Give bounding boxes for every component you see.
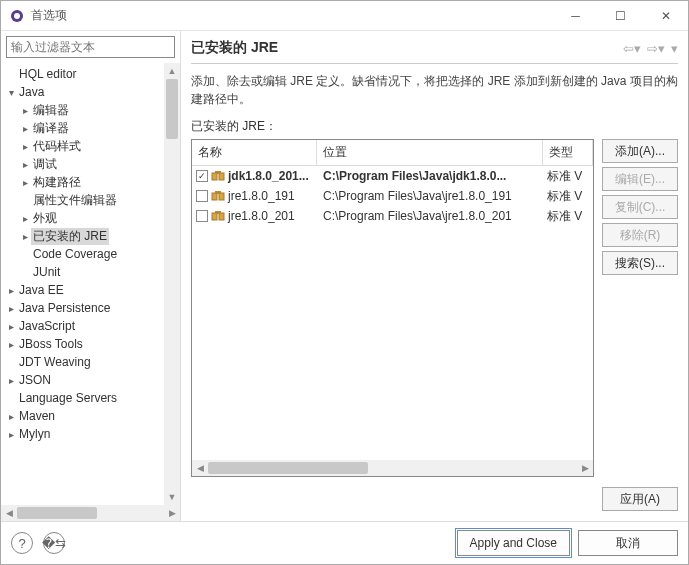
tree-item[interactable]: Language Servers <box>1 389 180 407</box>
scroll-right-icon[interactable]: ▶ <box>577 463 593 473</box>
row-checkbox[interactable] <box>196 190 208 202</box>
tree-item[interactable]: HQL editor <box>1 65 180 83</box>
col-location[interactable]: 位置 <box>317 140 543 165</box>
maximize-button[interactable]: ☐ <box>598 1 643 30</box>
svg-rect-9 <box>219 213 224 220</box>
scroll-down-icon[interactable]: ▼ <box>168 489 177 505</box>
expand-icon[interactable]: ▸ <box>5 375 17 386</box>
expand-icon[interactable]: ▸ <box>19 159 31 170</box>
apply-and-close-button[interactable]: Apply and Close <box>457 530 570 556</box>
tree-item-label: JavaScript <box>17 319 77 333</box>
tree-item[interactable]: ▸JSON <box>1 371 180 389</box>
tree-item[interactable]: ▸外观 <box>1 209 180 227</box>
tree-item-label: 编译器 <box>31 120 71 137</box>
table-row[interactable]: jre1.8.0_201C:\Program Files\Java\jre1.8… <box>192 206 593 226</box>
tree-item[interactable]: ▸Maven <box>1 407 180 425</box>
preferences-tree[interactable]: HQL editor▾Java▸编辑器▸编译器▸代码样式▸调试▸构建路径属性文件… <box>1 63 180 505</box>
tree-item[interactable]: ▸JavaScript <box>1 317 180 335</box>
scroll-right-icon[interactable]: ▶ <box>164 508 180 518</box>
svg-rect-5 <box>212 193 217 200</box>
svg-rect-10 <box>215 211 221 214</box>
scroll-thumb-h[interactable] <box>208 462 368 474</box>
tree-item[interactable]: ▸已安装的 JRE <box>1 227 180 245</box>
scroll-thumb-h[interactable] <box>17 507 97 519</box>
import-export-icon[interactable]: �⇆ <box>43 532 65 554</box>
expand-icon[interactable]: ▸ <box>19 231 31 242</box>
expand-icon[interactable]: ▸ <box>5 411 17 422</box>
expand-icon[interactable]: ▸ <box>5 285 17 296</box>
table-body[interactable]: ✓jdk1.8.0_201...C:\Program Files\Java\jd… <box>192 166 593 460</box>
row-type: 标准 V <box>543 188 593 205</box>
window-title: 首选项 <box>31 7 553 24</box>
minimize-button[interactable]: ─ <box>553 1 598 30</box>
remove-button[interactable]: 移除(R) <box>602 223 678 247</box>
jre-icon <box>211 190 225 202</box>
table-horizontal-scrollbar[interactable]: ◀ ▶ <box>192 460 593 476</box>
col-name[interactable]: 名称 <box>192 140 317 165</box>
expand-icon[interactable]: ▸ <box>19 123 31 134</box>
search-button[interactable]: 搜索(S)... <box>602 251 678 275</box>
scroll-left-icon[interactable]: ◀ <box>192 463 208 473</box>
scroll-thumb[interactable] <box>166 79 178 139</box>
tree-item[interactable]: ▸代码样式 <box>1 137 180 155</box>
jre-table: 名称 位置 类型 ✓jdk1.8.0_201...C:\Program File… <box>191 139 594 477</box>
page-description: 添加、除去或编辑 JRE 定义。缺省情况下，将把选择的 JRE 添加到新创建的 … <box>191 72 678 108</box>
edit-button[interactable]: 编辑(E)... <box>602 167 678 191</box>
expand-icon[interactable]: ▸ <box>19 177 31 188</box>
row-checkbox[interactable] <box>196 210 208 222</box>
scroll-up-icon[interactable]: ▲ <box>168 63 177 79</box>
expand-icon[interactable]: ▸ <box>5 321 17 332</box>
apply-row: 应用(A) <box>191 477 678 521</box>
row-checkbox[interactable]: ✓ <box>196 170 208 182</box>
table-header: 名称 位置 类型 <box>192 140 593 166</box>
tree-vertical-scrollbar[interactable]: ▲ ▼ <box>164 63 180 505</box>
tree-item[interactable]: ▸Mylyn <box>1 425 180 443</box>
tree-item[interactable]: 属性文件编辑器 <box>1 191 180 209</box>
jre-icon <box>211 210 225 222</box>
filter-box <box>6 36 175 58</box>
row-type: 标准 V <box>543 168 593 185</box>
table-row[interactable]: ✓jdk1.8.0_201...C:\Program Files\Java\jd… <box>192 166 593 186</box>
side-buttons: 添加(A)... 编辑(E)... 复制(C)... 移除(R) 搜索(S)..… <box>602 139 678 477</box>
expand-icon[interactable]: ▸ <box>5 429 17 440</box>
scroll-left-icon[interactable]: ◀ <box>1 508 17 518</box>
row-name: jre1.8.0_201 <box>228 209 295 223</box>
tree-item[interactable]: ▾Java <box>1 83 180 101</box>
table-row[interactable]: jre1.8.0_191C:\Program Files\Java\jre1.8… <box>192 186 593 206</box>
tree-item[interactable]: ▸构建路径 <box>1 173 180 191</box>
close-button[interactable]: ✕ <box>643 1 688 30</box>
add-button[interactable]: 添加(A)... <box>602 139 678 163</box>
nav-forward-icon[interactable]: ⇨▾ <box>647 41 665 56</box>
tree-item[interactable]: JDT Weaving <box>1 353 180 371</box>
copy-button[interactable]: 复制(C)... <box>602 195 678 219</box>
row-name: jre1.8.0_191 <box>228 189 295 203</box>
expand-icon[interactable]: ▸ <box>5 339 17 350</box>
row-name: jdk1.8.0_201... <box>228 169 309 183</box>
tree-item[interactable]: ▸Java Persistence <box>1 299 180 317</box>
tree-item[interactable]: ▸调试 <box>1 155 180 173</box>
tree-item[interactable]: ▸Java EE <box>1 281 180 299</box>
expand-icon[interactable]: ▸ <box>19 213 31 224</box>
expand-icon[interactable]: ▸ <box>5 303 17 314</box>
cancel-button[interactable]: 取消 <box>578 530 678 556</box>
col-type[interactable]: 类型 <box>543 140 593 165</box>
tree-item[interactable]: JUnit <box>1 263 180 281</box>
filter-input[interactable] <box>7 37 174 57</box>
tree-horizontal-scrollbar[interactable]: ◀ ▶ <box>1 505 180 521</box>
expand-icon[interactable]: ▾ <box>5 87 17 98</box>
svg-point-1 <box>14 13 20 19</box>
apply-button[interactable]: 应用(A) <box>602 487 678 511</box>
nav-menu-icon[interactable]: ▾ <box>671 41 678 56</box>
footer: ? �⇆ Apply and Close 取消 <box>1 521 688 564</box>
tree-item-label: 调试 <box>31 156 59 173</box>
nav-back-icon[interactable]: ⇦▾ <box>623 41 641 56</box>
tree-item-label: JUnit <box>31 265 62 279</box>
tree-item[interactable]: ▸编辑器 <box>1 101 180 119</box>
content-row: 名称 位置 类型 ✓jdk1.8.0_201...C:\Program File… <box>191 139 678 477</box>
tree-item[interactable]: ▸编译器 <box>1 119 180 137</box>
tree-item[interactable]: Code Coverage <box>1 245 180 263</box>
help-icon[interactable]: ? <box>11 532 33 554</box>
expand-icon[interactable]: ▸ <box>19 105 31 116</box>
expand-icon[interactable]: ▸ <box>19 141 31 152</box>
tree-item[interactable]: ▸JBoss Tools <box>1 335 180 353</box>
